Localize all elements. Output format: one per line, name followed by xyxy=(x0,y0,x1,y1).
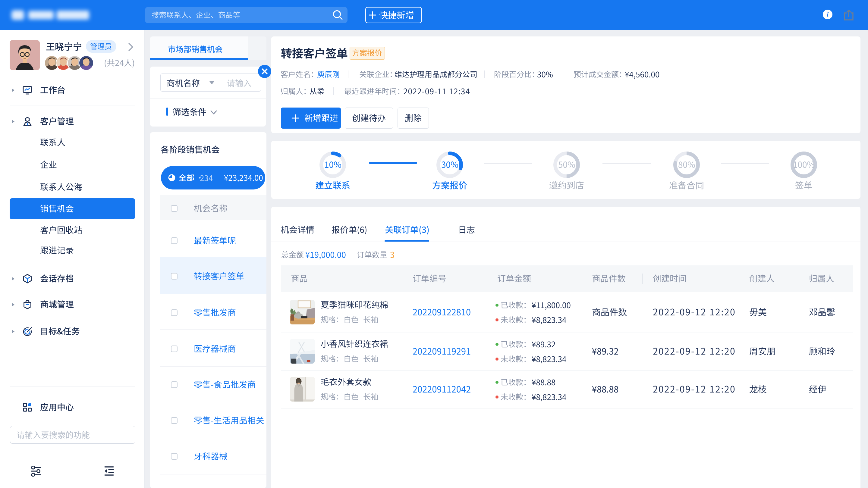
svg-text:i: i xyxy=(827,10,829,18)
